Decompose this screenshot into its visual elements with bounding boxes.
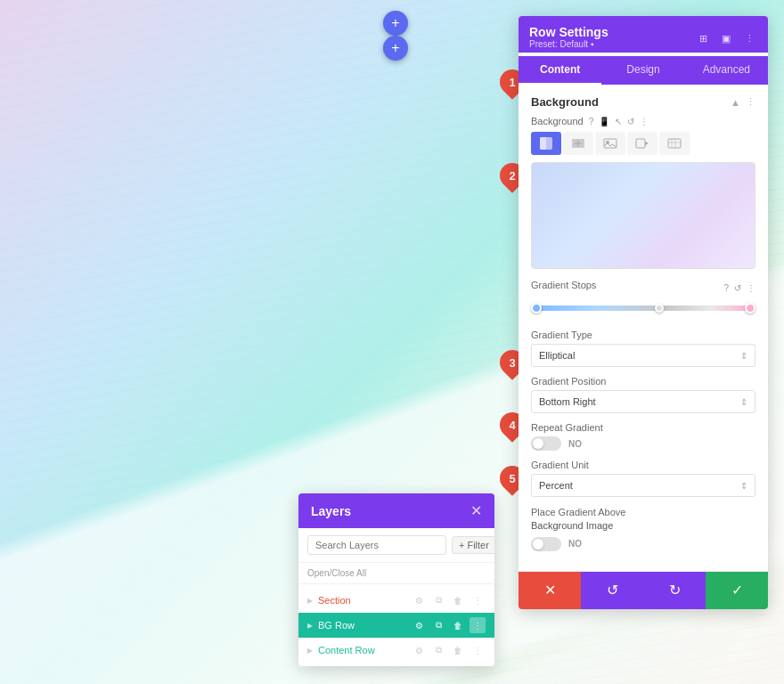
gradient-track [531,305,755,311]
svg-rect-7 [636,139,645,148]
gradient-handle-mid[interactable] [655,304,664,313]
background-section: Background ▲ ⋮ Background ? 📱 ↖ ↺ ⋮ [519,85,768,572]
bg-row-arrow: ▶ [307,622,313,630]
repeat-gradient-toggle[interactable] [531,436,561,451]
section-more-icon[interactable]: ⋮ [746,96,755,108]
toggle-knob [533,438,543,449]
content-row-layer-name: Content Row [318,645,407,656]
content-row-arrow: ▶ [307,647,313,655]
section-more-icon[interactable]: ⋮ [470,592,486,608]
gradient-unit-arrow: ⇕ [740,481,747,491]
open-close-all[interactable]: Open/Close All [298,563,494,584]
section-layer-actions: ⚙ ⧉ 🗑 ⋮ [411,592,486,608]
repeat-gradient-value: NO [568,439,582,449]
bg-pattern-btn[interactable] [659,132,690,155]
bg-image-btn[interactable] [595,132,625,155]
content-row-settings-icon[interactable]: ⚙ [411,642,427,658]
svg-rect-9 [668,139,681,148]
background-section-title: Background [531,95,599,109]
cursor-icon[interactable]: ↖ [615,117,622,126]
add-row-button-top[interactable]: + [383,11,408,36]
tab-content[interactable]: Content [519,56,601,85]
gradient-reset-icon[interactable]: ↺ [734,283,741,293]
gradient-unit-label: Gradient Unit [531,460,755,470]
layers-list: ▶ Section ⚙ ⧉ 🗑 ⋮ ▶ BG Row ⚙ ⧉ 🗑 ⋮ ▶ Con… [298,584,494,666]
gradient-more-icon[interactable]: ⋮ [747,283,755,293]
gradient-stops-label-row: Gradient Stops ? ↺ ⋮ [531,280,755,296]
repeat-gradient-group: Repeat Gradient NO [531,422,755,451]
row-settings-panel: Row Settings Preset: Default ▪ ⊞ ▣ ⋮ Con… [519,16,768,609]
collapse-icon[interactable]: ▲ [731,97,740,108]
content-row-delete-icon[interactable]: 🗑 [450,642,466,658]
bg-row-duplicate-icon[interactable]: ⧉ [430,617,446,633]
tab-design[interactable]: Design [601,56,684,85]
gradient-type-value: Elliptical [539,350,575,361]
filter-button[interactable]: + Filter [452,536,494,554]
delete-button[interactable]: ✕ [519,572,581,609]
gradient-unit-group: Gradient Unit Percent ⇕ [531,460,755,497]
more-icon[interactable]: ⋮ [741,31,757,47]
section-delete-icon[interactable]: 🗑 [450,592,466,608]
help-icon[interactable]: ? [589,117,594,126]
gradient-handle-pink[interactable] [745,303,755,314]
content-row-layer-actions: ⚙ ⧉ 🗑 ⋮ [411,642,486,658]
tab-advanced[interactable]: Advanced [685,56,768,85]
gradient-position-value: Bottom Right [539,396,596,407]
layout-icon[interactable]: ▣ [718,31,734,47]
delete-icon: ✕ [544,582,556,598]
save-button[interactable]: ✓ [706,572,768,609]
content-row-duplicate-icon[interactable]: ⧉ [430,642,446,658]
panel-tabs: Content Design Advanced [519,56,768,85]
gradient-help-icon[interactable]: ? [723,283,729,293]
panel-header: Row Settings Preset: Default ▪ ⊞ ▣ ⋮ [519,16,768,53]
panel-title: Row Settings [529,25,608,39]
bg-row-layer-name: BG Row [318,620,407,631]
section-arrow: ▶ [307,597,313,605]
gradient-position-arrow: ⇕ [740,397,747,407]
gradient-handle-blue[interactable] [531,303,542,314]
reset-button[interactable]: ↺ [581,572,643,609]
redo-icon: ↻ [669,582,681,598]
bg-color-btn[interactable] [531,132,561,155]
save-icon: ✓ [731,582,743,598]
gradient-type-group: Gradient Type Elliptical ⇕ [531,330,755,367]
layers-panel: Layers ✕ + Filter Open/Close All ▶ Secti… [298,493,494,666]
plus-icon-top: + [391,15,399,31]
layers-search-input[interactable] [307,535,446,555]
section-layer-name: Section [318,595,407,606]
bg-row-more-icon[interactable]: ⋮ [470,617,486,633]
content-row-more-icon[interactable]: ⋮ [470,642,486,658]
section-settings-icon[interactable]: ⚙ [411,592,427,608]
bg-row-settings-icon[interactable]: ⚙ [411,617,427,633]
gradient-position-group: Gradient Position Bottom Right ⇕ [531,376,755,413]
reset-icon[interactable]: ↺ [627,117,634,126]
layer-item-content-row[interactable]: ▶ Content Row ⚙ ⧉ 🗑 ⋮ [298,638,494,663]
svg-rect-1 [540,137,546,150]
bg-gradient-btn[interactable] [563,132,593,155]
layers-search-row: + Filter [298,528,494,563]
bg-row-delete-icon[interactable]: 🗑 [450,617,466,633]
responsive-icon[interactable]: ⊞ [695,31,711,47]
background-field-label: Background [531,116,584,126]
layers-close-button[interactable]: ✕ [470,502,482,519]
add-row-button-bottom[interactable]: + [383,36,408,61]
gradient-unit-value: Percent [539,480,573,491]
mobile-icon[interactable]: 📱 [599,117,609,126]
gradient-unit-select[interactable]: Percent ⇕ [531,474,755,497]
layer-item-bg-row[interactable]: ▶ BG Row ⚙ ⧉ 🗑 ⋮ [298,613,494,638]
gradient-type-label: Gradient Type [531,330,755,340]
redo-button[interactable]: ↻ [643,572,706,609]
bg-video-btn[interactable] [627,132,657,155]
gradient-slider[interactable] [531,299,755,317]
gradient-type-arrow: ⇕ [740,351,747,361]
place-gradient-toggle[interactable] [531,537,561,551]
place-gradient-label: Place Gradient Above Background Image [531,506,755,533]
gradient-position-select[interactable]: Bottom Right ⇕ [531,390,755,413]
field-more-icon[interactable]: ⋮ [640,117,649,126]
reset-icon-action: ↺ [607,582,618,598]
gradient-type-select[interactable]: Elliptical ⇕ [531,344,755,367]
place-gradient-knob [533,539,543,550]
section-duplicate-icon[interactable]: ⧉ [430,592,446,608]
layer-item-section[interactable]: ▶ Section ⚙ ⧉ 🗑 ⋮ [298,588,494,613]
place-gradient-toggle-row: NO [531,537,755,551]
